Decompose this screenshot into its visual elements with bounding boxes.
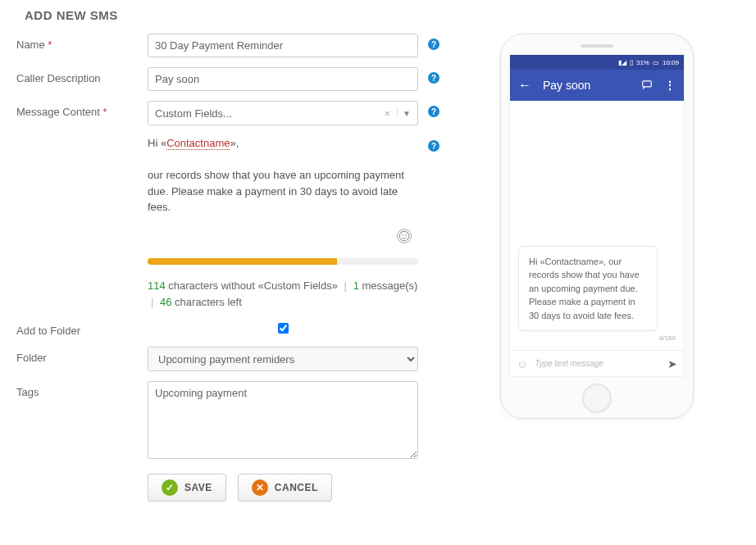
tags-input[interactable]: Upcoming payment xyxy=(148,381,418,459)
char-progress xyxy=(148,258,418,265)
message-content-textarea[interactable]: Hi «Contactname», our records show that … xyxy=(148,135,418,250)
appbar-title: Pay soon xyxy=(543,79,630,92)
help-icon[interactable]: ? xyxy=(428,72,439,84)
send-icon[interactable]: ➤ xyxy=(667,357,677,370)
name-input[interactable] xyxy=(148,34,418,57)
help-icon[interactable]: ? xyxy=(428,106,439,117)
help-icon[interactable]: ? xyxy=(428,140,439,152)
chevron-down-icon[interactable]: ▼ xyxy=(397,109,411,118)
composer-placeholder[interactable]: Type text message xyxy=(535,359,661,368)
phone-speaker xyxy=(581,44,613,48)
phone-statusbar: ▮◢ ▯ 31% ▭ 10:09 xyxy=(510,55,684,70)
preview-message-bubble: Hi «Contactname», our records show that … xyxy=(518,246,658,332)
emoji-icon[interactable]: ☺ xyxy=(517,357,528,370)
svg-rect-3 xyxy=(643,80,652,86)
battery-icon: ▯ xyxy=(630,59,633,66)
page-title: ADD NEW SMS xyxy=(25,8,740,22)
message-icon[interactable] xyxy=(641,79,653,93)
label-caller-desc: Caller Description xyxy=(16,67,148,84)
folder-select[interactable]: Upcoming payment remiders xyxy=(148,347,418,371)
back-icon[interactable]: ← xyxy=(518,78,531,93)
svg-point-0 xyxy=(399,231,409,241)
label-tags: Tags xyxy=(16,381,148,398)
clear-icon[interactable]: × xyxy=(381,107,394,120)
signal-icon: ▮◢ xyxy=(618,59,626,66)
char-counter: 114 characters without «Custom Fields» |… xyxy=(148,278,418,310)
custom-fields-placeholder: Custom Fields... xyxy=(155,107,232,120)
svg-point-2 xyxy=(406,235,407,236)
close-icon: ✕ xyxy=(252,479,268,496)
label-folder: Folder xyxy=(16,347,148,364)
home-button[interactable] xyxy=(582,384,612,413)
emoji-icon[interactable] xyxy=(397,229,412,243)
phone-appbar: ← Pay soon ⋮ xyxy=(510,70,684,101)
label-message-content: Message Content * xyxy=(16,101,148,118)
save-button[interactable]: ✓ SAVE xyxy=(148,474,226,502)
cancel-button[interactable]: ✕ CANCEL xyxy=(238,474,332,502)
custom-fields-select[interactable]: Custom Fields... × ▼ xyxy=(148,101,418,125)
label-add-to-folder: Add to Folder xyxy=(16,320,148,337)
phone-preview: ▮◢ ▯ 31% ▭ 10:09 ← Pay soon ⋮ Hi «Contac… xyxy=(500,34,694,419)
contactname-token[interactable]: Contactname xyxy=(166,137,230,150)
add-to-folder-checkbox[interactable] xyxy=(151,323,416,334)
label-name: Name * xyxy=(16,34,148,51)
chat-indicator-icon: ▭ xyxy=(653,59,659,66)
caller-description-input[interactable] xyxy=(148,67,418,91)
help-icon[interactable]: ? xyxy=(428,39,439,50)
preview-char-count: 0/160 xyxy=(659,334,676,342)
phone-composer: ☺ Type text message ➤ xyxy=(510,350,684,376)
more-icon[interactable]: ⋮ xyxy=(664,79,676,92)
svg-point-1 xyxy=(403,235,403,236)
check-icon: ✓ xyxy=(162,479,178,496)
